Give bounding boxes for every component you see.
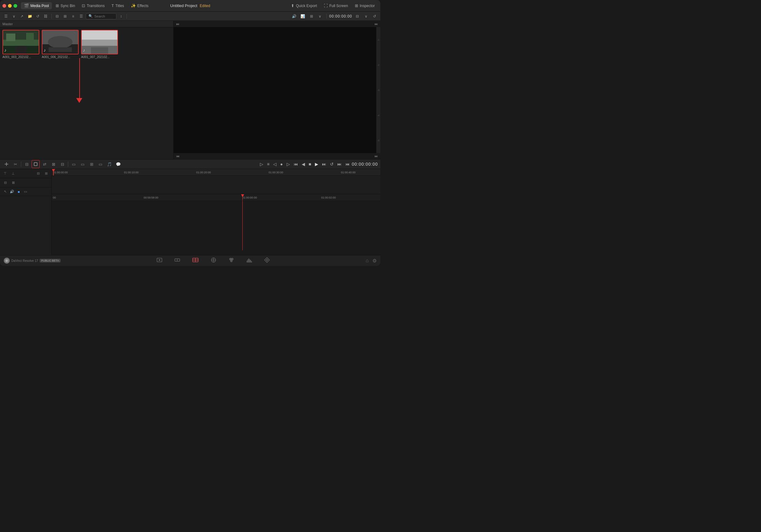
playback-timecode: 00:00:00:00 (352, 162, 378, 167)
edit-audio-track[interactable]: 🎵 (105, 160, 113, 168)
edit-composite[interactable]: ▭ (96, 160, 104, 168)
sub-mark-1: 00:59:58:00 (144, 196, 158, 199)
ruler-mark-5: 01:00:40:00 (341, 171, 356, 174)
media-pool-panel: Master (0, 21, 174, 159)
nav-titles[interactable]: T Titles (108, 2, 127, 9)
tab-edit[interactable] (191, 256, 200, 266)
tab-media[interactable] (155, 256, 164, 266)
close-button[interactable] (2, 4, 6, 8)
toolbar-more[interactable]: ∨ (317, 13, 323, 20)
toolbar-audio-meter[interactable]: 🔊 (291, 13, 298, 20)
edit-track-1[interactable]: ▭ (70, 160, 78, 168)
tl-more-align[interactable]: ⊟ (35, 170, 41, 177)
toolbar-history[interactable]: ↺ (371, 13, 378, 20)
drag-arrow (76, 58, 82, 103)
playback-skip-start[interactable]: ⏮ (292, 161, 299, 167)
settings-icon-btn[interactable]: ⚙ (372, 258, 377, 264)
nav-media-pool[interactable]: 🎬 Media Pool (21, 2, 52, 9)
toolbar-tc-mode[interactable]: ⊟ (354, 13, 361, 20)
tab-cut[interactable] (173, 256, 182, 266)
edit-insert-tool[interactable]: ⊟ (23, 160, 31, 168)
ruler-mark-1: 01:00:00:00 (53, 171, 68, 174)
nav-inspector[interactable]: ⊞ Inspector (352, 2, 378, 9)
project-title-area: Untitled Project Edited (170, 3, 210, 8)
playback-stop[interactable]: ■ (308, 161, 313, 167)
clip-audio-icon-3: ♪ (83, 48, 85, 53)
home-icon-btn[interactable]: ⌂ (366, 258, 369, 264)
maximize-button[interactable] (14, 4, 17, 8)
preview-skip-to-start[interactable]: ⏭ (176, 22, 179, 26)
playback-dot[interactable]: ● (279, 161, 284, 167)
svg-rect-34 (250, 260, 251, 263)
tl-video-clip[interactable]: ■ (15, 188, 22, 195)
toolbar-btn-2[interactable]: ∨ (11, 13, 17, 20)
playback-next-mark[interactable]: ▷ (285, 161, 291, 167)
search-input[interactable] (94, 15, 116, 18)
toolbar-tc-dropdown[interactable]: ∨ (363, 13, 369, 20)
edit-swap-tool[interactable]: ⇄ (40, 160, 48, 168)
playback-prev-mark[interactable]: ◁ (272, 161, 278, 167)
playback-settings[interactable]: ≡ (266, 161, 271, 167)
quick-export-icon: ⬆ (291, 3, 294, 8)
tl-align-split[interactable]: ⊞ (43, 170, 49, 177)
nav-quick-export-label: Quick Export (296, 4, 317, 8)
clip-item-3[interactable]: ♪ A001_007_202102... (81, 30, 118, 59)
tab-fusion[interactable] (209, 256, 218, 266)
nav-effects[interactable]: ✨ Effects (128, 2, 151, 9)
playback-loop[interactable]: ↺ (329, 161, 335, 167)
edit-razor-tool[interactable]: ✂ (11, 160, 19, 168)
toolbar-btn-refresh[interactable]: ↺ (34, 13, 41, 20)
tl-align-right[interactable]: ⊥ (10, 170, 17, 177)
bottom-bar: D DaVinci Resolve 17 PUBLIC BETA (0, 255, 380, 266)
toolbar-view-film[interactable]: ⊟ (54, 13, 61, 20)
toolbar-btn-folder[interactable]: 📁 (27, 13, 33, 20)
main-playhead-line (242, 201, 243, 250)
edit-multi-cam[interactable]: ⊞ (88, 160, 95, 168)
preview-prev-frame[interactable]: ⏮ (176, 154, 179, 158)
tab-color[interactable] (227, 256, 236, 266)
minimize-button[interactable] (8, 4, 12, 8)
playback-play[interactable]: ▶ (314, 161, 320, 167)
nav-sync-bin-label: Sync Bin (61, 4, 75, 8)
playback-skip-end[interactable]: ⏭ (321, 161, 327, 167)
main-content: Master (0, 21, 380, 159)
toolbar-view-grid[interactable]: ⊞ (62, 13, 69, 20)
toolbar-view-list[interactable]: ≡ (70, 13, 77, 20)
toolbar-btn-1[interactable]: ☰ (2, 13, 9, 20)
toolbar-video-scope[interactable]: 📊 (300, 13, 306, 20)
tab-deliver[interactable] (263, 256, 271, 266)
toolbar-sort[interactable]: ↕ (118, 13, 124, 20)
edit-replace-tool[interactable]: ⊟ (58, 160, 66, 168)
svg-rect-31 (248, 260, 248, 263)
preview-next-frame[interactable]: ⏭ (375, 154, 378, 158)
edit-track-2[interactable]: ▭ (79, 160, 87, 168)
edit-clip-tool[interactable] (31, 160, 40, 168)
tl-audio-clip[interactable]: 🔊 (9, 188, 15, 195)
clip-item-1[interactable]: ♪ A001_003_202102... (2, 30, 39, 59)
edit-trim-tool[interactable] (2, 160, 11, 168)
tl-align-left[interactable]: ⊤ (2, 170, 9, 177)
tl-cursor[interactable]: ↖ (2, 188, 9, 195)
playback-mark-out[interactable]: ⏮ (344, 161, 351, 167)
toolbar-layout[interactable]: ⊞ (308, 13, 315, 20)
playback-step-back[interactable]: ◀ (301, 161, 306, 167)
toolbar-btn-chain[interactable]: ⛓ (42, 13, 49, 20)
transitions-icon: ⊡ (82, 3, 85, 8)
toolbar-btn-add[interactable]: ↗ (19, 13, 25, 20)
tl-subtitle[interactable]: ▭ (22, 188, 29, 195)
tab-fairlight[interactable] (245, 256, 254, 266)
nav-full-screen[interactable]: ⛶ Full Screen (321, 2, 351, 9)
playback-mark-in[interactable]: ⏭ (336, 161, 343, 167)
edit-subtitle[interactable]: 💬 (114, 160, 122, 168)
nav-transitions[interactable]: ⊡ Transitions (79, 2, 107, 9)
playback-live[interactable]: ▷ (259, 161, 264, 167)
nav-sync-bin[interactable]: ⊞ Sync Bin (53, 2, 78, 9)
preview-bottom-bar: ⏮ ⏭ (174, 153, 380, 159)
clip-item-2[interactable]: ♪ A001_006_202102... (42, 30, 79, 59)
nav-quick-export[interactable]: ⬆ Quick Export (288, 2, 320, 9)
toolbar-view-meta[interactable]: ☰ (78, 13, 85, 20)
tl-remove-track[interactable]: ⊠ (10, 179, 17, 186)
tl-add-track[interactable]: ⊟ (2, 179, 9, 186)
preview-skip-to-end[interactable]: ⏭ (375, 22, 378, 26)
edit-fit-tool[interactable]: ⊠ (49, 160, 57, 168)
